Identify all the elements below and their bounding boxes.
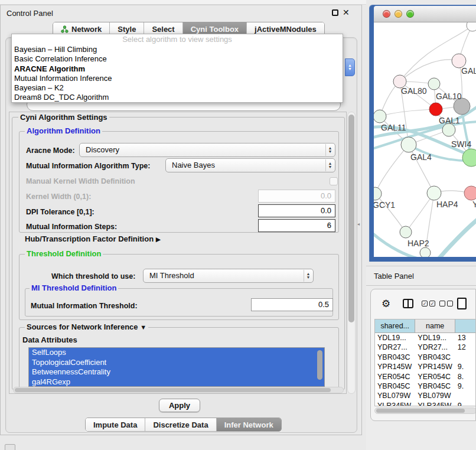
control-panel-window: Control Panel ✕ NetworkStyleSelectCyni T… bbox=[0, 5, 362, 435]
node-label: GAL1 bbox=[439, 116, 460, 125]
hidden-combobox-spinner[interactable]: ▲▼ bbox=[345, 58, 355, 76]
table-row[interactable]: YBL079WYBL079W bbox=[375, 391, 476, 400]
unchecked-boxes-icon[interactable] bbox=[439, 301, 453, 306]
document-icon[interactable] bbox=[457, 298, 467, 309]
table-row[interactable]: YER054CYER054C8. bbox=[375, 372, 476, 381]
collapse-arrow-icon[interactable]: ▼ bbox=[140, 324, 146, 331]
which-threshold-select[interactable]: MI Threshold ▲▼ bbox=[143, 269, 314, 283]
node-label: GAL bbox=[461, 66, 476, 76]
network-view-window[interactable]: GALGAL80GAL10GAL1GAL11SWI4GAL4GCY1HAP4YH… bbox=[369, 5, 476, 262]
data-attribute-item[interactable]: SelfLoops bbox=[29, 348, 324, 358]
node-attribute-table[interactable]: shared...name YDL19...YDL19...13YDR27...… bbox=[374, 319, 476, 406]
table-cell: YBL079W bbox=[415, 391, 455, 400]
close-icon[interactable]: ✕ bbox=[343, 8, 350, 17]
minimized-panel-button[interactable] bbox=[5, 444, 15, 450]
tab-impute-data[interactable]: Impute Data bbox=[86, 418, 145, 431]
hub-definition-expander[interactable]: Hub/Transcription Factor Definition ▶ bbox=[25, 234, 161, 243]
settings-vertical-scrollbar[interactable] bbox=[347, 112, 356, 394]
data-attribute-item[interactable]: gal4RGexp bbox=[29, 377, 324, 387]
table-row[interactable]: YLR345WYLR345W9. bbox=[375, 401, 476, 406]
tab-label: jActiveMNodules bbox=[255, 25, 317, 34]
mi-steps-input[interactable]: 6 bbox=[258, 219, 335, 232]
cyni-settings-scrollarea: Cyni Algorithm Settings Algorithm Defini… bbox=[9, 112, 347, 394]
network-canvas[interactable]: GALGAL80GAL10GAL1GAL11SWI4GAL4GCY1HAP4YH… bbox=[374, 22, 476, 257]
settings-horizontal-scrollbar[interactable] bbox=[13, 387, 344, 393]
window-zoom-traffic-light[interactable] bbox=[406, 10, 414, 18]
apply-button[interactable]: Apply bbox=[159, 399, 200, 412]
node-label: HAP4 bbox=[436, 200, 458, 209]
node-y[interactable] bbox=[464, 186, 476, 200]
node-gal4[interactable] bbox=[401, 137, 416, 152]
manual-kernel-checkbox[interactable] bbox=[330, 177, 338, 185]
algorithm-option[interactable]: Bayesian – K2 bbox=[12, 83, 343, 93]
algorithm-option[interactable]: Mutual Information Inference bbox=[12, 74, 343, 83]
data-attribute-item[interactable]: BetweennessCentrality bbox=[29, 367, 324, 377]
stepper-icon[interactable]: ▲▼ bbox=[325, 144, 334, 156]
network-window-titlebar[interactable] bbox=[374, 6, 476, 22]
panel-resize-handle[interactable]: ◂ bbox=[357, 221, 360, 227]
scrollbar-thumb[interactable] bbox=[376, 409, 465, 413]
node[interactable] bbox=[467, 22, 476, 31]
sources-legend: Sources for Network Inference ▼ bbox=[25, 322, 148, 331]
column-header[interactable]: shared... bbox=[375, 319, 415, 332]
control-panel-titlebar: Control Panel ✕ bbox=[1, 5, 361, 21]
algorithm-option[interactable]: Dream8 DC_TDC Algorithm bbox=[12, 93, 343, 102]
table-header-row: shared...name bbox=[375, 319, 476, 333]
node-swi4[interactable] bbox=[442, 123, 455, 136]
expander-arrow-icon[interactable]: ▶ bbox=[156, 236, 161, 243]
stepper-icon[interactable]: ▲▼ bbox=[325, 159, 334, 171]
cyni-settings-legend: Cyni Algorithm Settings bbox=[18, 113, 109, 122]
data-attribute-item[interactable]: TopologicalCoefficient bbox=[29, 358, 324, 368]
aracne-mode-select[interactable]: Discovery ▲▼ bbox=[79, 143, 335, 157]
stepper-icon[interactable]: ▲▼ bbox=[304, 270, 312, 282]
table-row[interactable]: YDL19...YDL19...13 bbox=[375, 333, 476, 343]
table-cell: 12 bbox=[455, 343, 476, 352]
gear-icon[interactable]: ⚙ bbox=[382, 298, 390, 310]
tab-label: Discretize Data bbox=[153, 420, 208, 429]
table-cell: YER054C bbox=[415, 372, 455, 381]
list-scrollbar-thumb[interactable] bbox=[317, 350, 322, 380]
table-cell: YBR045C bbox=[375, 381, 415, 391]
window-minimize-traffic-light[interactable] bbox=[395, 10, 402, 18]
kernel-width-input[interactable]: 0.0 bbox=[258, 190, 335, 203]
table-cell: YLR345W bbox=[375, 401, 415, 406]
table-horizontal-scrollbar[interactable] bbox=[374, 407, 476, 414]
table-cell: YER054C bbox=[375, 372, 415, 381]
mi-type-label: Mutual Information Algorithm Type: bbox=[26, 162, 150, 170]
scrollbar-thumb[interactable] bbox=[15, 388, 331, 392]
algorithm-option[interactable]: Basic Correlation Inference bbox=[12, 54, 343, 64]
columns-icon[interactable] bbox=[403, 299, 413, 308]
table-row[interactable]: YDR27...YDR27...12 bbox=[375, 343, 476, 352]
node[interactable] bbox=[420, 247, 431, 257]
node-hap4[interactable] bbox=[427, 186, 441, 200]
node-label: Y bbox=[472, 200, 476, 209]
mi-threshold-input[interactable]: 0.5 bbox=[251, 298, 333, 311]
algorithm-option[interactable]: Bayesian – Hill Climbing bbox=[12, 45, 343, 54]
table-cell: YDR27... bbox=[415, 343, 455, 352]
node-gcy1[interactable] bbox=[374, 187, 382, 200]
node-gal10[interactable] bbox=[428, 78, 440, 90]
float-window-icon[interactable] bbox=[332, 9, 338, 16]
column-header[interactable]: name bbox=[415, 319, 455, 332]
checked-boxes-icon[interactable]: ✓✓ bbox=[422, 301, 435, 306]
top-strip bbox=[0, 0, 366, 5]
algorithm-option[interactable]: ARACNE Algorithm bbox=[12, 64, 343, 74]
node-gal1[interactable] bbox=[429, 103, 442, 116]
node-gal11[interactable] bbox=[374, 110, 386, 123]
dpi-tolerance-input[interactable]: 0.0 bbox=[258, 204, 335, 217]
window-close-traffic-light[interactable] bbox=[383, 10, 390, 18]
divider bbox=[366, 285, 476, 286]
algorithm-dropdown[interactable]: Select algorithm to view settings Bayesi… bbox=[11, 34, 343, 103]
tab-discretize-data[interactable]: Discretize Data bbox=[145, 418, 216, 431]
table-row[interactable]: YBR043CYBR043C bbox=[375, 353, 476, 362]
mi-type-select[interactable]: Naive Bayes ▲▼ bbox=[165, 158, 335, 172]
table-row[interactable]: YBR045CYBR045C9. bbox=[375, 381, 476, 391]
data-attributes-list[interactable]: SelfLoopsTopologicalCoefficientBetweenne… bbox=[28, 347, 325, 387]
table-cell: YBR043C bbox=[375, 353, 415, 362]
node-hap2[interactable] bbox=[400, 226, 412, 238]
tab-infer-network[interactable]: Infer Network bbox=[217, 418, 281, 431]
network-graph[interactable]: GALGAL80GAL10GAL1GAL11SWI4GAL4GCY1HAP4YH… bbox=[374, 22, 476, 257]
column-header[interactable] bbox=[455, 319, 476, 332]
table-row[interactable]: YPR145WYPR145W9. bbox=[375, 362, 476, 371]
scrollbar-thumb[interactable] bbox=[348, 115, 354, 322]
